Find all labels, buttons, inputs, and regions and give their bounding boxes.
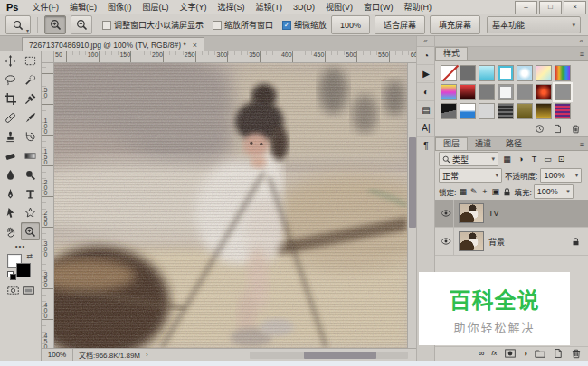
history-panel-icon[interactable]: ◔ (417, 47, 435, 65)
style-purple-red[interactable] (555, 103, 571, 119)
filter-adjustment-layers-icon[interactable]: ◑ (515, 154, 526, 165)
style-gray-2[interactable] (517, 84, 533, 100)
style-light-gray[interactable] (479, 103, 495, 119)
style-blue-dot[interactable] (517, 65, 533, 81)
filter-smart-objects-icon[interactable]: ⊡ (555, 154, 567, 165)
blur-tool[interactable] (1, 165, 20, 183)
layer-row-背景[interactable]: 背景 (435, 228, 588, 256)
hand-tool[interactable] (1, 222, 20, 240)
lock-all-icon[interactable] (502, 187, 512, 197)
lock-position-icon[interactable]: + (479, 186, 489, 198)
gradient-tool[interactable] (21, 146, 40, 164)
clock-icon[interactable] (535, 124, 545, 134)
status-arrow-icon[interactable]: › (146, 351, 148, 359)
style-none[interactable] (441, 65, 457, 81)
menu-item-0[interactable]: 文件(F) (26, 1, 64, 14)
eraser-tool[interactable] (1, 146, 20, 164)
menu-item-2[interactable]: 图像(I) (102, 1, 138, 14)
adjustments-panel-icon[interactable]: ◐ (417, 83, 435, 101)
filter-pixel-layers-icon[interactable]: ▦ (501, 154, 513, 165)
edit-toolbar-button[interactable]: ••• (0, 242, 41, 250)
menu-item-5[interactable]: 选择(S) (212, 1, 250, 14)
checkbox-option-0[interactable]: 调整窗口大小以满屏显示 (102, 19, 204, 31)
quick-selection-tool[interactable] (21, 70, 40, 89)
fit-screen-button[interactable]: 适合屏幕 (375, 15, 425, 34)
minimize-button[interactable]: – (515, 1, 537, 14)
new-layer-icon[interactable] (553, 348, 564, 359)
checkbox-icon[interactable]: ✓ (282, 21, 291, 30)
pen-tool[interactable] (1, 184, 20, 202)
opacity-value[interactable]: 100%▾ (540, 168, 582, 183)
filter-shape-layers-icon[interactable]: ▭ (542, 154, 554, 165)
actual-pixels-button[interactable]: 100% (331, 15, 370, 34)
layer-name[interactable]: TV (488, 209, 499, 218)
panel-menu-icon[interactable]: ≡ (580, 50, 584, 59)
style-red-radial[interactable] (536, 84, 552, 100)
layer-effects-icon[interactable]: fx (491, 349, 497, 357)
style-red-black[interactable] (460, 84, 476, 100)
horizontal-scrollbar[interactable] (250, 352, 408, 359)
style-olive[interactable] (517, 103, 533, 119)
style-cyan[interactable] (479, 65, 495, 81)
lock-artboard-icon[interactable]: ▣ (490, 186, 500, 198)
maximize-button[interactable]: □ (539, 1, 562, 14)
menu-item-7[interactable]: 3D(D) (288, 1, 320, 14)
delete-style-icon[interactable] (571, 124, 581, 134)
tab-paths[interactable]: 路径 (498, 138, 529, 150)
swap-colors-icon[interactable]: ⇄ (27, 252, 33, 260)
document-tab[interactable]: 72671370486910.jpg @ 100% (TV, RGB/8#) *… (22, 37, 204, 52)
panel-menu-icon[interactable]: ≡ (580, 140, 584, 149)
collapse-panels-icon[interactable]: « (435, 36, 588, 47)
menu-item-3[interactable]: 图层(L) (137, 1, 174, 14)
vertical-scrollbar[interactable] (407, 63, 416, 348)
layer-mask-icon[interactable] (505, 348, 516, 359)
layer-filter-kind[interactable]: 类型 ▾ (439, 152, 498, 166)
custom-shape-tool[interactable] (21, 203, 40, 221)
checkbox-icon[interactable] (102, 21, 111, 30)
screen-mode-button[interactable] (23, 285, 34, 296)
layer-comps-panel-icon[interactable]: ▤ (417, 101, 435, 119)
layer-row-TV[interactable]: TV (435, 200, 588, 228)
tab-layers[interactable]: 图层 (435, 137, 468, 150)
tab-styles[interactable]: 样式 (435, 47, 468, 60)
style-rainbow[interactable] (441, 84, 457, 100)
type-tool[interactable] (21, 184, 40, 202)
layer-thumbnail[interactable] (459, 231, 484, 251)
vertical-scrollbar-thumb[interactable] (409, 137, 416, 228)
checkbox-option-2[interactable]: ✓细微缩放 (282, 19, 327, 31)
workspace-switcher[interactable]: 基本功能 ▾ (487, 16, 581, 33)
default-colors-icon[interactable] (7, 271, 15, 279)
fill-value[interactable]: 100%▾ (534, 184, 574, 199)
style-blue-wave[interactable] (460, 103, 476, 119)
dodge-tool[interactable] (21, 165, 40, 183)
quick-mask-button[interactable] (7, 285, 19, 296)
zoom-out-button[interactable] (71, 15, 92, 34)
menu-item-10[interactable]: 帮助(H) (398, 1, 437, 14)
checkbox-icon[interactable] (213, 21, 222, 30)
canvas-image[interactable] (54, 63, 407, 348)
close-button[interactable]: × (564, 1, 586, 14)
adjustment-layer-icon[interactable]: ◑ (523, 349, 527, 358)
style-black-wave[interactable] (441, 103, 457, 119)
move-tool[interactable] (1, 52, 20, 70)
lasso-tool[interactable] (1, 70, 20, 89)
actions-panel-icon[interactable]: ▶ (417, 65, 435, 83)
crop-tool[interactable] (1, 89, 20, 108)
history-brush-tool[interactable] (21, 127, 40, 145)
zoom-in-button[interactable] (44, 15, 66, 34)
filter-type-layers-icon[interactable]: T (528, 154, 540, 165)
menu-item-1[interactable]: 编辑(E) (64, 1, 102, 14)
menu-item-6[interactable]: 滤镜(T) (250, 1, 288, 14)
style-white-outline[interactable] (498, 84, 514, 100)
layer-name[interactable]: 背景 (488, 236, 505, 248)
background-color-swatch[interactable] (16, 263, 31, 277)
visibility-eye-icon[interactable] (439, 228, 454, 255)
healing-brush-tool[interactable] (1, 108, 20, 127)
checkbox-option-1[interactable]: 缩放所有窗口 (213, 19, 273, 31)
style-cyan-ring[interactable] (498, 65, 514, 81)
fill-screen-button[interactable]: 填充屏幕 (430, 15, 480, 34)
delete-layer-icon[interactable] (571, 348, 582, 359)
path-selection-tool[interactable] (1, 203, 20, 221)
tab-channels[interactable]: 通道 (468, 138, 498, 150)
brush-tool[interactable] (21, 108, 40, 127)
